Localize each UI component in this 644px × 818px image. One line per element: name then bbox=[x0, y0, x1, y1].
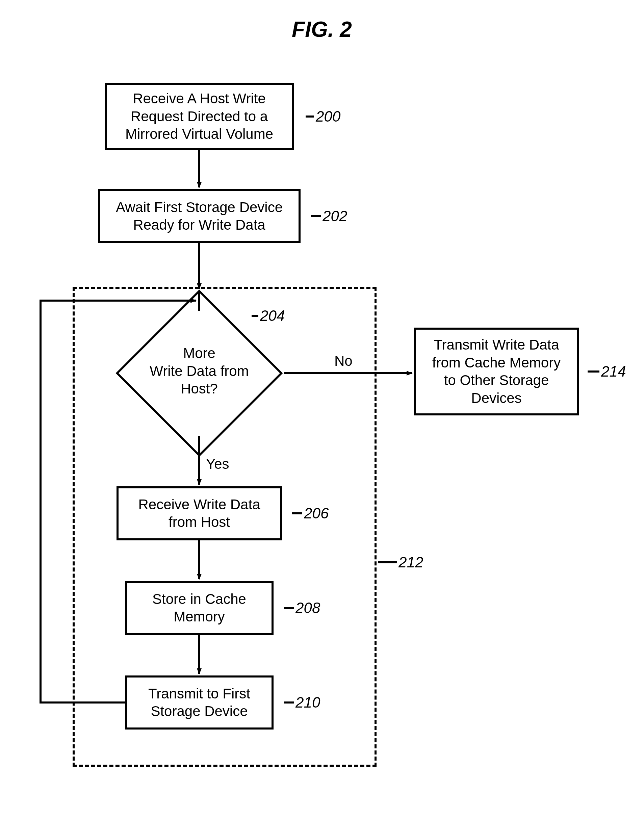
label-no-text: No bbox=[334, 353, 353, 369]
flowchart-canvas: FIG. 2 Receive A Host Write Request Dire… bbox=[0, 0, 644, 818]
label-yes: Yes bbox=[206, 456, 229, 472]
node-receive-write-data: Receive Write Data from Host bbox=[117, 487, 282, 540]
ref-212-text: 212 bbox=[399, 554, 423, 571]
ref-204-text: 204 bbox=[260, 307, 285, 324]
ref-204: 204 bbox=[260, 307, 285, 324]
node-204-text: More Write Data from Host? bbox=[150, 345, 248, 396]
node-208-text: Store in Cache Memory bbox=[152, 590, 246, 626]
ref-206: 206 bbox=[304, 505, 328, 522]
ref-214-text: 214 bbox=[601, 363, 626, 380]
ref-200-text: 200 bbox=[316, 108, 340, 124]
ref-200: 200 bbox=[316, 108, 340, 125]
ref-206-text: 206 bbox=[304, 505, 328, 522]
label-no: No bbox=[334, 353, 353, 369]
ref-202-text: 202 bbox=[322, 208, 347, 224]
decision-204-label: More Write Data from Host? bbox=[140, 344, 258, 398]
node-206-text: Receive Write Data from Host bbox=[138, 496, 260, 531]
figure-title-text: FIG. 2 bbox=[292, 17, 352, 41]
label-yes-text: Yes bbox=[206, 456, 229, 472]
ref-208: 208 bbox=[296, 600, 320, 616]
ref-214: 214 bbox=[601, 363, 626, 380]
figure-title: FIG. 2 bbox=[254, 17, 389, 42]
ref-208-text: 208 bbox=[296, 600, 320, 616]
node-receive-host-write: Receive A Host Write Request Directed to… bbox=[105, 83, 294, 150]
ref-210-text: 210 bbox=[296, 694, 320, 711]
node-202-text: Await First Storage Device Ready for Wri… bbox=[116, 199, 283, 234]
node-transmit-first-storage: Transmit to First Storage Device bbox=[125, 675, 273, 729]
node-store-cache: Store in Cache Memory bbox=[125, 581, 273, 635]
node-200-text: Receive A Host Write Request Directed to… bbox=[125, 90, 273, 143]
node-transmit-other-storage: Transmit Write Data from Cache Memory to… bbox=[414, 328, 579, 416]
node-214-text: Transmit Write Data from Cache Memory to… bbox=[432, 336, 561, 407]
ref-212: 212 bbox=[399, 554, 423, 571]
node-210-text: Transmit to First Storage Device bbox=[148, 685, 250, 720]
node-await-first-storage: Await First Storage Device Ready for Wri… bbox=[98, 189, 301, 243]
ref-202: 202 bbox=[322, 208, 347, 225]
ref-210: 210 bbox=[296, 694, 320, 711]
